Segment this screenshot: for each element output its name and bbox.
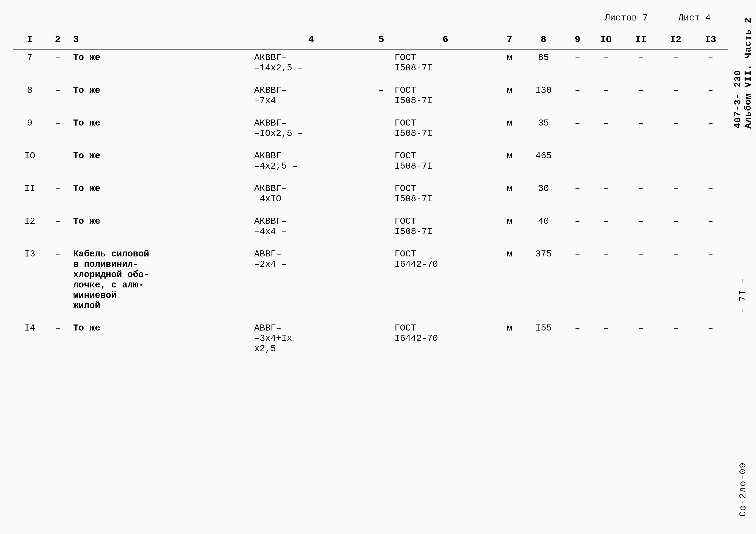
cell-r2-c6: м [499, 115, 521, 142]
cell-r3-c2: То же [69, 148, 252, 174]
side-top-text: 407-3- 230Альбом VII. Часть 2 [733, 17, 753, 129]
table-row: 8–То жеАКВВГ– –7x4–ГОСТ I508-7IмI30––––– [13, 82, 728, 109]
cell-r0-c12: – [693, 49, 728, 76]
cell-r3-c12: – [693, 148, 728, 174]
cell-r4-c12: – [693, 180, 728, 207]
cell-r5-c5: ГОСТ I508-7I [392, 213, 499, 240]
col-header-9: 9 [566, 30, 588, 49]
table-row: I4–То жеАВВГ– –3x4+Ix x2,5 –ГОСТ I6442-7… [13, 320, 728, 357]
cell-r0-c9: – [588, 49, 623, 76]
cell-r6-c5: ГОСТ I6442-70 [392, 246, 499, 314]
cell-r7-c1: – [46, 320, 69, 357]
col-header-8: 8 [521, 30, 566, 49]
col-header-1: I [13, 30, 46, 49]
cell-r3-c10: – [623, 148, 659, 174]
cell-r2-c1: – [46, 115, 69, 142]
cell-r3-c6: м [499, 148, 521, 174]
cell-r3-c8: – [566, 148, 588, 174]
cell-r0-c3: АКВВГ– –14x2,5 – [252, 49, 370, 76]
cell-r0-c11: – [659, 49, 693, 76]
cell-r4-c9: – [588, 180, 623, 207]
cell-r6-c1: – [46, 246, 69, 314]
cell-r1-c5: ГОСТ I508-7I [392, 82, 499, 109]
cell-r1-c6: м [499, 82, 521, 109]
cell-r7-c10: – [623, 320, 659, 357]
cell-r2-c0: 9 [13, 115, 46, 142]
cell-r4-c1: – [46, 180, 69, 207]
cell-r2-c12: – [693, 115, 728, 142]
cell-r6-c0: I3 [13, 246, 46, 314]
cell-r0-c8: – [566, 49, 588, 76]
side-text-area: 407-3- 230Альбом VII. Часть 2 - 7I - Сф-… [730, 0, 756, 534]
cell-r1-c4: – [370, 82, 392, 109]
cell-r5-c10: – [623, 213, 659, 240]
cell-r6-c7: 375 [521, 246, 566, 314]
cell-r3-c0: IO [13, 148, 46, 174]
cell-r3-c1: – [46, 148, 69, 174]
cell-r4-c5: ГОСТ I508-7I [392, 180, 499, 207]
spacer-row [13, 109, 728, 115]
col-header-12: I2 [659, 30, 693, 49]
spacer-row [13, 240, 728, 246]
cell-r3-c3: АКВВГ– –4x2,5 – [252, 148, 370, 174]
col-header-10: IO [588, 30, 623, 49]
cell-r0-c4 [370, 49, 392, 76]
spacer-row [13, 142, 728, 148]
listov-label: Листов 7 [605, 13, 648, 23]
cell-r6-c9: – [588, 246, 623, 314]
cell-r4-c8: – [566, 180, 588, 207]
cell-r2-c7: 35 [521, 115, 566, 142]
cell-r2-c2: То же [69, 115, 252, 142]
side-bottom-text: - 7I - [738, 277, 748, 314]
table-row: 9–То жеАКВВГ– –IOx2,5 –ГОСТ I508-7Iм35––… [13, 115, 728, 142]
cell-r6-c10: – [623, 246, 659, 314]
cell-r2-c5: ГОСТ I508-7I [392, 115, 499, 142]
col-header-3: 3 [69, 30, 252, 49]
cell-r7-c12: – [693, 320, 728, 357]
cell-r7-c4 [370, 320, 392, 357]
cell-r2-c10: – [623, 115, 659, 142]
cell-r4-c0: II [13, 180, 46, 207]
cell-r6-c12: – [693, 246, 728, 314]
col-header-11: II [623, 30, 659, 49]
col-header-13: I3 [693, 30, 728, 49]
table-row: 7–То жеАКВВГ– –14x2,5 –ГОСТ I508-7Iм85––… [13, 49, 728, 76]
table-row: IO–То жеАКВВГ– –4x2,5 –ГОСТ I508-7Iм465–… [13, 148, 728, 174]
spacer-row [13, 76, 728, 82]
cell-r1-c1: – [46, 82, 69, 109]
cell-r5-c0: I2 [13, 213, 46, 240]
cell-r6-c3: АВВГ– –2x4 – [252, 246, 370, 314]
spacer-row [13, 207, 728, 213]
cell-r2-c11: – [659, 115, 693, 142]
cell-r7-c5: ГОСТ I6442-70 [392, 320, 499, 357]
col-header-2: 2 [46, 30, 69, 49]
main-table: I 2 3 4 5 6 7 8 9 IO II I2 I3 7–То жеАКВ… [13, 30, 728, 363]
col-header-4: 4 [252, 30, 370, 49]
cell-r6-c2: Кабель силовой в поливинил- хлоридной об… [69, 246, 252, 314]
spacer-row [13, 174, 728, 180]
side-bottom-code: Сф-2ло-09 [738, 462, 748, 517]
cell-r3-c11: – [659, 148, 693, 174]
cell-r5-c8: – [566, 213, 588, 240]
cell-r7-c2: То же [69, 320, 252, 357]
cell-r7-c6: м [499, 320, 521, 357]
cell-r7-c7: I55 [521, 320, 566, 357]
cell-r4-c10: – [623, 180, 659, 207]
cell-r5-c9: – [588, 213, 623, 240]
cell-r7-c11: – [659, 320, 693, 357]
cell-r3-c4 [370, 148, 392, 174]
cell-r1-c3: АКВВГ– –7x4 [252, 82, 370, 109]
cell-r5-c7: 40 [521, 213, 566, 240]
col-header-5: 5 [370, 30, 392, 49]
cell-r1-c2: То же [69, 82, 252, 109]
cell-r4-c3: АКВВГ– –4xIO – [252, 180, 370, 207]
cell-r0-c0: 7 [13, 49, 46, 76]
cell-r0-c6: м [499, 49, 521, 76]
cell-r1-c12: – [693, 82, 728, 109]
cell-r4-c4 [370, 180, 392, 207]
cell-r0-c2: То же [69, 49, 252, 76]
table-row: I3–Кабель силовой в поливинил- хлоридной… [13, 246, 728, 314]
cell-r4-c11: – [659, 180, 693, 207]
cell-r7-c3: АВВГ– –3x4+Ix x2,5 – [252, 320, 370, 357]
cell-r5-c11: – [659, 213, 693, 240]
